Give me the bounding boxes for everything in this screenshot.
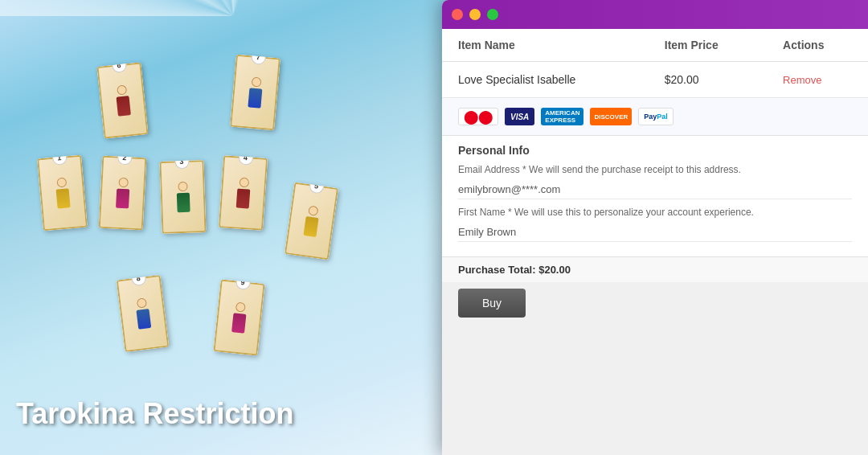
personal-info-title: Personal Info — [458, 144, 852, 157]
left-background: 6 7 1 2 — [0, 0, 466, 455]
cart-item-actions: Remove — [767, 62, 868, 98]
cart-table: Item Name Item Price Actions Love Specia… — [442, 29, 868, 98]
purchase-total: Purchase Total: $20.00 — [442, 256, 868, 282]
page-title: Tarokina Restriction — [16, 397, 293, 431]
checkout-panel: Item Name Item Price Actions Love Specia… — [442, 0, 868, 455]
buy-button[interactable]: Buy — [458, 289, 526, 318]
tarot-card-1: 1 — [37, 155, 88, 231]
window-minimize-button[interactable] — [469, 9, 481, 20]
paypal-icon: PayPal — [638, 108, 674, 125]
cart-item-name: Love Specialist Isabelle — [442, 62, 649, 98]
window-titlebar — [442, 0, 868, 29]
firstname-field-label: First Name * We will use this to persona… — [458, 206, 852, 219]
tarot-card-2: 2 — [99, 156, 147, 231]
tarot-card-8: 8 — [117, 275, 170, 352]
col-header-item: Item Name — [442, 29, 649, 62]
tarot-card-3: 3 — [159, 160, 206, 234]
tarot-card-4: 4 — [219, 155, 268, 231]
window-maximize-button[interactable] — [487, 9, 498, 20]
personal-info-section: Personal Info Email Address * We will se… — [442, 136, 868, 256]
email-field-label: Email Address * We will send the purchas… — [458, 163, 852, 177]
tarot-card-6: 6 — [96, 62, 148, 138]
window-close-button[interactable] — [452, 9, 463, 20]
tarot-card-7: 7 — [230, 55, 280, 130]
col-header-price: Item Price — [649, 29, 767, 62]
cart-item-price: $20.00 — [649, 62, 767, 98]
tarot-card-9: 9 — [213, 279, 264, 355]
mastercard-icon: ⬤⬤ — [458, 108, 498, 125]
firstname-field-value: Emily Brown — [458, 223, 852, 242]
cart-table-container: Item Name Item Price Actions Love Specia… — [442, 29, 868, 98]
discover-icon: DISCOVER — [590, 108, 632, 125]
email-field-value: emilybrown@****.com — [458, 180, 852, 199]
amex-icon: AMERICANEXPRESS — [541, 108, 583, 125]
remove-item-button[interactable]: Remove — [783, 74, 821, 86]
cart-row: Love Specialist Isabelle $20.00 Remove — [442, 62, 868, 98]
visa-icon: VISA — [505, 108, 534, 125]
col-header-actions: Actions — [767, 29, 868, 62]
payment-icons-row: ⬤⬤ VISA AMERICANEXPRESS DISCOVER PayPal — [442, 98, 868, 136]
